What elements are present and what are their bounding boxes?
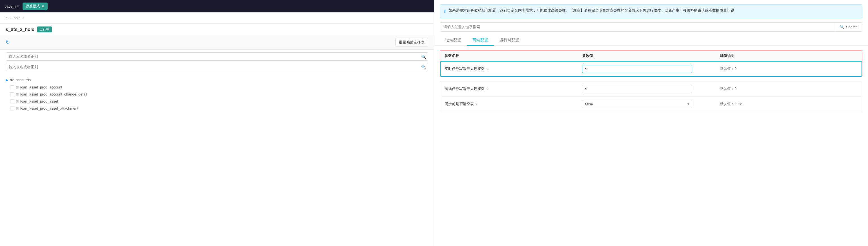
realtime-max-conn-input[interactable] xyxy=(582,65,692,73)
table-checkbox[interactable] xyxy=(10,85,14,89)
tab-read-config[interactable]: 读端配置 xyxy=(440,35,467,45)
param-default-cell: 默认值：9 xyxy=(720,86,858,91)
clear-table-select[interactable]: false true xyxy=(582,100,692,108)
params-table-header: 参数名称 参数值 赋值说明 xyxy=(440,51,862,61)
table-type-icon: ▤ xyxy=(16,99,19,103)
search-button-label: Search xyxy=(846,25,858,29)
table-type-icon: ▤ xyxy=(16,85,19,89)
param-name-cell: 离线任务写端最大连接数 ? xyxy=(444,86,582,91)
breadcrumb-item[interactable]: s_2_holo xyxy=(6,16,21,20)
help-icon[interactable]: ? xyxy=(487,87,489,91)
left-panel: pace_intl 标准模式 ▼ s_2_holo > s_dts_2_holo… xyxy=(0,0,434,246)
search-button[interactable]: 🔍 Search xyxy=(835,23,862,31)
search-area: 🔍 🔍 xyxy=(0,50,434,74)
list-item[interactable]: ▤ loan_asset_prod_account xyxy=(6,84,428,91)
db-search-wrap: 🔍 xyxy=(6,53,428,61)
keyword-search-bar: 🔍 Search xyxy=(440,22,863,32)
group-header: ▶ hk_saas_rds xyxy=(6,76,428,84)
status-badge: 运行中 xyxy=(37,27,52,32)
table-row: 离线任务写端最大连接数 ? 默认值：9 xyxy=(440,82,862,97)
table-search-wrap: 🔍 xyxy=(6,63,428,71)
header-param-desc: 赋值说明 xyxy=(720,53,858,58)
table-name: loan_asset_prod_account xyxy=(20,85,62,89)
list-item[interactable]: ▤ loan_asset_prod_asset xyxy=(6,98,428,105)
table-type-icon: ▤ xyxy=(16,106,19,110)
table-search-icon: 🔍 xyxy=(421,65,426,69)
outer-params-table: 离线任务写端最大连接数 ? 默认值：9 同步前是否清空表 ? false tru… xyxy=(440,81,863,112)
breadcrumb-separator: > xyxy=(22,16,25,20)
param-label: 同步前是否清空表 xyxy=(444,101,474,106)
param-name-cell: 同步前是否清空表 ? xyxy=(444,101,582,106)
params-table: 参数名称 参数值 赋值说明 实时任务写端最大连接数 ? 默认值：9 xyxy=(440,50,863,76)
list-item[interactable]: ▤ loan_asset_prod_account_change_detail xyxy=(6,91,428,98)
param-value-cell xyxy=(582,85,720,93)
info-banner: ℹ 如果需要对任务做精细化配置，达到自定义同步需求，可以修改高级参数。【注意】请… xyxy=(440,4,863,18)
batch-paste-button[interactable]: 批量粘贴选择表 xyxy=(395,38,428,47)
info-icon: ℹ xyxy=(444,8,446,15)
group-name: hk_saas_rds xyxy=(10,78,31,82)
group-expand-icon[interactable]: ▶ xyxy=(6,78,8,82)
search-icon: 🔍 xyxy=(840,25,844,29)
mode-selector-button[interactable]: 标准模式 ▼ xyxy=(23,3,48,10)
refresh-button[interactable]: ↻ xyxy=(6,39,10,45)
top-bar: pace_intl 标准模式 ▼ xyxy=(0,0,434,12)
info-text: 如果需要对任务做精细化配置，达到自定义同步需求，可以修改高级参数。【注意】请在完… xyxy=(448,8,734,13)
header-param-value: 参数值 xyxy=(582,53,720,58)
tabs-bar: 读端配置 写端配置 运行时配置 xyxy=(434,35,868,45)
table-search-input[interactable] xyxy=(6,63,428,71)
tab-write-config[interactable]: 写端配置 xyxy=(467,35,494,45)
help-icon[interactable]: ? xyxy=(475,102,477,106)
list-item[interactable]: ▤ loan_asset_prod_asset_attachment xyxy=(6,105,428,112)
table-name: loan_asset_prod_account_change_detail xyxy=(20,92,87,96)
table-checkbox[interactable] xyxy=(10,99,14,103)
param-default-cell: 默认值：false xyxy=(720,101,858,106)
param-value-cell: false true ▼ xyxy=(582,100,720,108)
table-name: loan_asset_prod_asset_attachment xyxy=(20,106,78,111)
table-row: 同步前是否清空表 ? false true ▼ 默认值：false xyxy=(440,97,862,112)
table-checkbox[interactable] xyxy=(10,106,14,111)
task-title-bar: s_dts_2_holo 运行中 xyxy=(0,24,434,35)
offline-max-conn-input[interactable] xyxy=(582,85,692,93)
mode-label: 标准模式 xyxy=(25,4,40,9)
param-value-cell xyxy=(582,65,720,73)
table-checkbox[interactable] xyxy=(10,92,14,96)
table-list: ▶ hk_saas_rds ▤ loan_asset_prod_account … xyxy=(0,74,434,246)
toolbar: ↻ 批量粘贴选择表 xyxy=(0,35,434,50)
tab-runtime-config[interactable]: 运行时配置 xyxy=(494,35,525,45)
table-type-icon: ▤ xyxy=(16,92,19,96)
breadcrumb: s_2_holo > xyxy=(0,12,434,24)
param-label: 离线任务写端最大连接数 xyxy=(444,86,485,91)
param-default-cell: 默认值：9 xyxy=(720,66,858,71)
keyword-search-input[interactable] xyxy=(440,23,835,31)
db-search-icon: 🔍 xyxy=(421,54,426,59)
param-name-cell: 实时任务写端最大连接数 ? xyxy=(444,66,582,71)
help-icon[interactable]: ? xyxy=(487,67,489,71)
mode-arrow-icon: ▼ xyxy=(41,4,45,8)
db-search-input[interactable] xyxy=(6,53,428,61)
workspace-title: pace_intl xyxy=(4,4,19,8)
header-param-name: 参数名称 xyxy=(444,53,582,58)
param-label: 实时任务写端最大连接数 xyxy=(444,66,485,71)
task-title: s_dts_2_holo xyxy=(6,27,34,32)
right-panel: ℹ 如果需要对任务做精细化配置，达到自定义同步需求，可以修改高级参数。【注意】请… xyxy=(434,0,868,246)
table-row: 实时任务写端最大连接数 ? 默认值：9 xyxy=(440,61,862,76)
select-wrap: false true ▼ xyxy=(582,100,692,108)
table-name: loan_asset_prod_asset xyxy=(20,99,58,103)
